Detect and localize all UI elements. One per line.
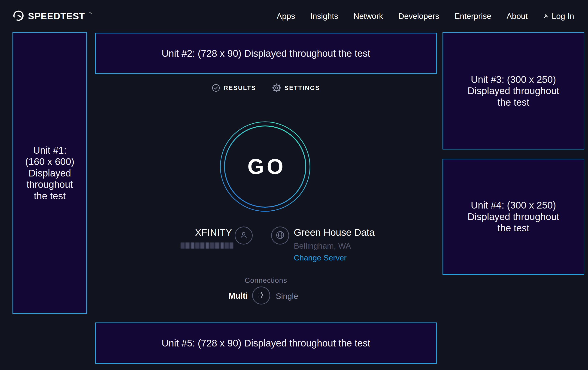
ad-unit-5-leaderboard[interactable]: Unit #5: (728 x 90) Displayed throughout… [95, 322, 437, 364]
globe-icon [275, 230, 285, 241]
isp-icon-circle [235, 227, 253, 245]
ad-unit-3-text: Unit #3: (300 x 250) Displayed throughou… [462, 74, 565, 108]
results-settings-tabs: RESULTS SETTINGS [95, 83, 437, 92]
tab-results-label: RESULTS [224, 84, 256, 91]
logo-wordmark: SPEEDTEST [28, 11, 85, 21]
server-location: Bellingham, WA [294, 241, 351, 250]
user-icon [543, 11, 549, 21]
nav-item-insights[interactable]: Insights [310, 11, 338, 21]
nav-item-about[interactable]: About [506, 11, 527, 21]
nav-menu: Apps Insights Network Developers Enterpr… [277, 11, 574, 21]
login-label: Log In [552, 11, 574, 21]
server-name: Green House Data [294, 227, 375, 238]
tab-settings[interactable]: SETTINGS [272, 83, 320, 92]
connection-mode-multi[interactable]: Multi [188, 291, 248, 301]
ad-unit-4-text: Unit #4: (300 x 250) Displayed throughou… [462, 200, 565, 234]
ad-unit-2-text: Unit #2: (728 x 90) Displayed throughout… [162, 48, 370, 59]
check-circle-icon [212, 84, 220, 92]
speedtest-gauge-icon [13, 10, 24, 22]
nav-item-apps[interactable]: Apps [277, 11, 295, 21]
go-button[interactable]: GO [220, 121, 310, 212]
connections-label: Connections [95, 276, 437, 285]
connection-mode-single[interactable]: Single [276, 291, 298, 301]
nav-item-developers[interactable]: Developers [399, 11, 439, 21]
multi-arrows-icon [256, 290, 266, 301]
gear-icon [272, 83, 281, 92]
nav-item-network[interactable]: Network [353, 11, 383, 21]
nav-item-enterprise[interactable]: Enterprise [454, 11, 492, 21]
ad-unit-1-text: Unit #1: (160 x 600) Displayed throughou… [23, 145, 77, 202]
change-server-link[interactable]: Change Server [294, 253, 347, 262]
go-button-label: GO [220, 121, 310, 212]
tab-results[interactable]: RESULTS [212, 83, 256, 92]
connection-mode-toggle[interactable] [252, 287, 270, 304]
person-icon [239, 230, 249, 241]
ad-unit-4-rectangle[interactable]: Unit #4: (300 x 250) Displayed throughou… [442, 159, 584, 275]
server-icon-circle [271, 227, 289, 245]
ad-unit-1-skyscraper[interactable]: Unit #1: (160 x 600) Displayed throughou… [12, 32, 87, 314]
logo-trademark: ™ [89, 11, 93, 15]
login-button[interactable]: Log In [543, 11, 574, 21]
redacted-ip-address [181, 242, 233, 249]
ad-unit-2-leaderboard[interactable]: Unit #2: (728 x 90) Displayed throughout… [95, 33, 437, 74]
tab-settings-label: SETTINGS [284, 84, 320, 91]
ad-unit-3-rectangle[interactable]: Unit #3: (300 x 250) Displayed throughou… [442, 32, 584, 150]
isp-name: XFINITY [177, 228, 232, 238]
top-nav-bar: SPEEDTEST™ Apps Insights Network Develop… [0, 0, 588, 32]
ad-unit-5-text: Unit #5: (728 x 90) Displayed throughout… [162, 338, 370, 349]
speedtest-page: { "header": { "logo_text": "SPEEDTEST", … [0, 0, 588, 370]
speedtest-logo[interactable]: SPEEDTEST™ [13, 10, 93, 22]
